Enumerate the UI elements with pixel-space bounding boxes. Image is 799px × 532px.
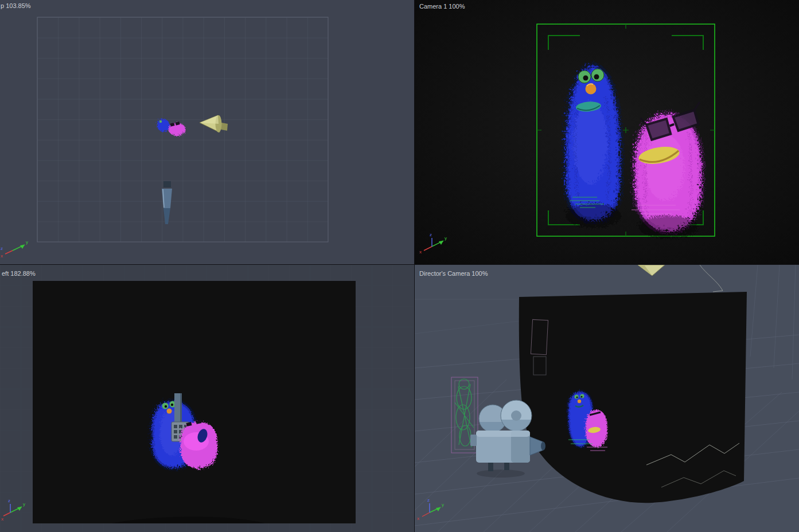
viewfinder [470,435,477,446]
axis-y-label: y [23,502,25,507]
axis-y-label: y [442,502,444,507]
axis-x-label: x [419,249,422,255]
viewport-left[interactable]: z x y eft 182.88% [0,265,414,532]
viewport-camera1[interactable]: x y z Camera 1 100% [415,0,799,264]
reel-hub [511,410,521,421]
puppet-eye-top [159,120,162,123]
camera1-canvas[interactable]: x y z [415,0,799,264]
viewport-directors-label[interactable]: Director's Camera 100% [419,270,488,277]
axis-z-label: z [1,246,3,251]
pupil [581,396,583,398]
puppet-blue-highlight [571,99,605,182]
puppet-blue[interactable] [563,64,618,226]
axis-y-label: y [26,240,28,245]
camera-leg [504,463,509,470]
nose [167,409,172,414]
axis-x-label: x [1,517,3,522]
axis-z-label: z [427,498,430,503]
nose [578,400,581,403]
axis-x-label: x [417,516,419,521]
viewport-top[interactable]: z x y p 103.85% [0,0,414,264]
puppet-blue-base-shadow [563,201,618,226]
left-view-canvas[interactable]: z x y [0,265,414,532]
axis-z-label: z [430,232,432,237]
axis-y-label: y [445,236,447,241]
pupil [171,404,173,406]
quad-viewport-layout: z x y p 103.85% [0,0,799,532]
backdrop-side-view[interactable] [33,281,356,523]
viewport-directors-camera[interactable]: z x y Director's Camera 100% [415,265,799,532]
camera-shadow [477,470,525,478]
camera-body-top [476,431,530,437]
puppet-magenta-small[interactable] [584,409,606,446]
directors-camera-canvas[interactable]: z x y [415,265,799,532]
viewport-left-label[interactable]: eft 182.88% [2,270,36,277]
puppet-magenta[interactable] [633,102,704,236]
camera-lens [541,442,545,451]
right-pupil [594,75,599,80]
camera-leg [488,463,493,471]
camera-top-cap [163,181,171,187]
puppet-magenta-base-shadow [636,213,696,236]
viewport-top-label[interactable]: p 103.85% [1,2,31,9]
puppet-magenta-highlight [643,132,682,198]
viewport-camera1-label[interactable]: Camera 1 100% [419,3,465,10]
pupil [165,405,167,408]
axis-x-label: x [1,253,3,259]
axis-z-label: z [8,498,10,503]
pupil [576,397,578,398]
top-view-canvas[interactable]: z x y [0,0,414,264]
left-pupil [583,76,588,81]
